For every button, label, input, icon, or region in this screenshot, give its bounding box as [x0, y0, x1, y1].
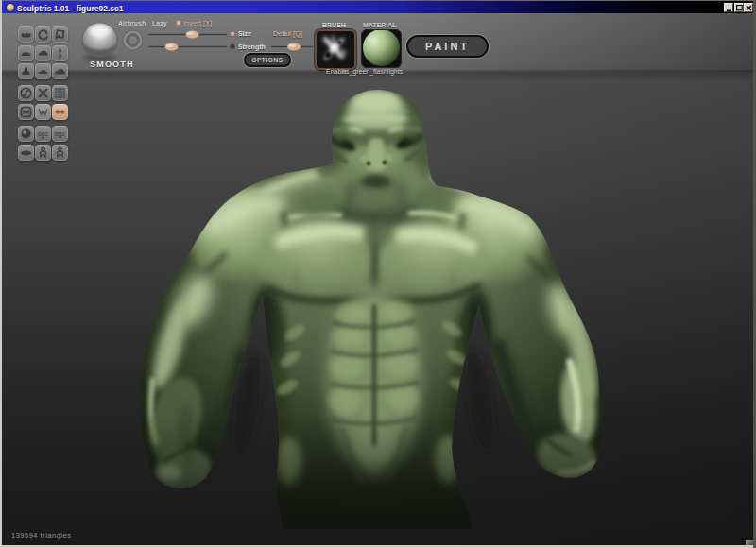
svg-text:OBJ: OBJ [38, 131, 48, 137]
